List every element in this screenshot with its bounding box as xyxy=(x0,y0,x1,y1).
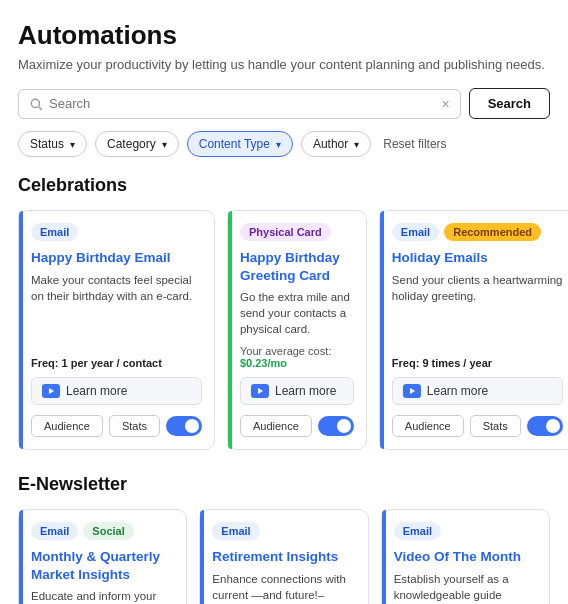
tag-email: Email xyxy=(212,522,259,540)
search-clear-icon[interactable]: × xyxy=(441,96,449,112)
section-title-enewsletter: E-Newsletter xyxy=(18,474,550,495)
page-subtitle: Maximize your productivity by letting us… xyxy=(18,57,550,72)
chevron-down-icon: ▾ xyxy=(354,139,359,150)
toggle-switch[interactable] xyxy=(527,416,563,436)
card-accent xyxy=(200,510,204,604)
card-title[interactable]: Retirement Insights xyxy=(212,548,355,566)
card-holiday-emails: Email Recommended Holiday Emails Send yo… xyxy=(379,210,568,450)
tag-email: Email xyxy=(31,223,78,241)
section-enewsletter: E-Newsletter Email Social Monthly & Quar… xyxy=(18,474,550,604)
learn-more-label: Learn more xyxy=(275,384,336,398)
card-cost: Your average cost: $0.23/mo xyxy=(240,345,354,369)
card-actions: Audience Stats xyxy=(31,415,202,437)
card-desc: Go the extra mile and send your contacts… xyxy=(240,289,354,337)
section-title-celebrations: Celebrations xyxy=(18,175,550,196)
card-freq: Freq: 9 times / year xyxy=(392,357,563,369)
card-accent xyxy=(382,510,386,604)
card-accent xyxy=(19,510,23,604)
tag-social: Social xyxy=(83,522,133,540)
page-title: Automations xyxy=(18,20,550,51)
card-video-of-month: Email Video Of The Month Establish yours… xyxy=(381,509,550,604)
card-happy-birthday-email: Email Happy Birthday Email Make your con… xyxy=(18,210,215,450)
audience-button[interactable]: Audience xyxy=(392,415,464,437)
filter-content-type-label: Content Type xyxy=(199,137,270,151)
card-accent xyxy=(228,211,232,449)
chevron-down-icon: ▾ xyxy=(70,139,75,150)
card-actions: Audience xyxy=(240,415,354,437)
card-desc: Make your contacts feel special on their… xyxy=(31,272,202,350)
filter-row: Status ▾ Category ▾ Content Type ▾ Autho… xyxy=(18,131,550,157)
card-title[interactable]: Holiday Emails xyxy=(392,249,563,267)
filter-author-label: Author xyxy=(313,137,348,151)
card-desc: Enhance connections with current —and fu… xyxy=(212,571,355,604)
learn-more-label: Learn more xyxy=(66,384,127,398)
learn-more-button[interactable]: Learn more xyxy=(31,377,202,405)
svg-line-1 xyxy=(39,106,42,109)
card-title[interactable]: Happy Birthday Email xyxy=(31,249,202,267)
stats-button[interactable]: Stats xyxy=(109,415,160,437)
tag-email: Email xyxy=(31,522,78,540)
card-tags: Email xyxy=(212,522,355,540)
play-icon xyxy=(403,384,421,398)
card-tags: Email xyxy=(394,522,537,540)
search-box: × xyxy=(18,89,461,119)
audience-button[interactable]: Audience xyxy=(31,415,103,437)
cost-label: Your average cost: xyxy=(240,345,331,357)
toggle-switch[interactable] xyxy=(318,416,354,436)
card-desc: Send your clients a heartwarming holiday… xyxy=(392,272,563,350)
card-actions: Audience Stats xyxy=(392,415,563,437)
card-tags: Email Social xyxy=(31,522,174,540)
enewsletter-grid: Email Social Monthly & Quarterly Market … xyxy=(18,509,550,604)
card-title[interactable]: Monthly & Quarterly Market Insights xyxy=(31,548,174,583)
filter-author[interactable]: Author ▾ xyxy=(301,131,371,157)
celebrations-grid: Email Happy Birthday Email Make your con… xyxy=(18,210,550,450)
play-icon xyxy=(42,384,60,398)
tag-physical: Physical Card xyxy=(240,223,331,241)
card-happy-birthday-greeting: Physical Card Happy Birthday Greeting Ca… xyxy=(227,210,367,450)
learn-more-label: Learn more xyxy=(427,384,488,398)
card-accent xyxy=(19,211,23,449)
card-tags: Physical Card xyxy=(240,223,354,241)
chevron-down-icon: ▾ xyxy=(276,139,281,150)
tag-recommended: Recommended xyxy=(444,223,541,241)
play-icon xyxy=(251,384,269,398)
filter-category[interactable]: Category ▾ xyxy=(95,131,179,157)
search-icon xyxy=(29,97,43,111)
filter-status[interactable]: Status ▾ xyxy=(18,131,87,157)
svg-point-0 xyxy=(31,99,39,107)
search-row: × Search xyxy=(18,88,550,119)
card-retirement-insights: Email Retirement Insights Enhance connec… xyxy=(199,509,368,604)
toggle-switch[interactable] xyxy=(166,416,202,436)
filter-content-type[interactable]: Content Type ▾ xyxy=(187,131,293,157)
chevron-down-icon: ▾ xyxy=(162,139,167,150)
learn-more-button[interactable]: Learn more xyxy=(240,377,354,405)
filter-status-label: Status xyxy=(30,137,64,151)
card-monthly-quarterly: Email Social Monthly & Quarterly Market … xyxy=(18,509,187,604)
search-button[interactable]: Search xyxy=(469,88,550,119)
card-title[interactable]: Happy Birthday Greeting Card xyxy=(240,249,354,284)
card-freq: Freq: 1 per year / contact xyxy=(31,357,202,369)
filter-category-label: Category xyxy=(107,137,156,151)
cost-value: $0.23/mo xyxy=(240,357,287,369)
card-title[interactable]: Video Of The Month xyxy=(394,548,537,566)
search-input[interactable] xyxy=(49,96,435,111)
card-accent xyxy=(380,211,384,449)
reset-filters-button[interactable]: Reset filters xyxy=(379,132,450,156)
card-tags: Email xyxy=(31,223,202,241)
audience-button[interactable]: Audience xyxy=(240,415,312,437)
stats-button[interactable]: Stats xyxy=(470,415,521,437)
card-desc: Educate and inform your clients with our… xyxy=(31,588,174,604)
tag-email: Email xyxy=(394,522,441,540)
card-desc: Establish yourself as a knowledgeable gu… xyxy=(394,571,537,604)
tag-email: Email xyxy=(392,223,439,241)
learn-more-button[interactable]: Learn more xyxy=(392,377,563,405)
section-celebrations: Celebrations Email Happy Birthday Email … xyxy=(18,175,550,450)
card-tags: Email Recommended xyxy=(392,223,563,241)
